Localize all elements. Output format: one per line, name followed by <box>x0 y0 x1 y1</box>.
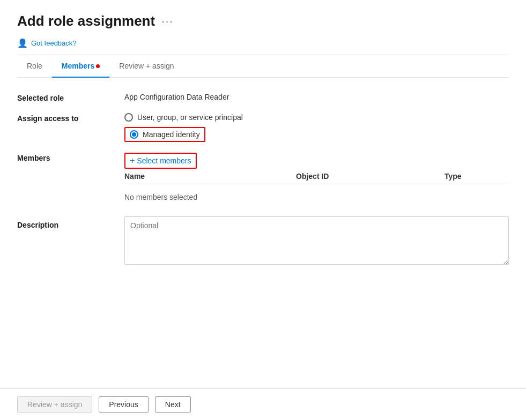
selected-role-label: Selected role <box>17 93 124 102</box>
no-members-text: No members selected <box>124 189 509 206</box>
members-content: + Select members Name Object ID Type No … <box>124 153 509 206</box>
radio-managed-identity[interactable] <box>130 130 138 139</box>
radio-user-group-label: User, group, or service principal <box>137 113 243 122</box>
tab-members[interactable]: Members <box>52 55 109 78</box>
feedback-label: Got feedback? <box>31 39 77 47</box>
page-title: Add role assignment <box>17 13 155 29</box>
tab-role[interactable]: Role <box>17 55 52 78</box>
tab-review-assign[interactable]: Review + assign <box>109 55 183 78</box>
tabs-row: Role Members Review + assign <box>17 55 509 78</box>
select-members-button[interactable]: + Select members <box>124 153 197 169</box>
description-label: Description <box>17 216 124 229</box>
managed-identity-box: Managed identity <box>124 127 205 142</box>
col-header-name: Name <box>124 172 296 181</box>
next-button[interactable]: Next <box>155 396 191 412</box>
members-label: Members <box>17 153 124 162</box>
assign-access-row: Assign access to User, group, or service… <box>17 113 509 142</box>
col-header-object-id: Object ID <box>296 172 444 181</box>
select-members-label: Select members <box>137 156 191 165</box>
members-table: Name Object ID Type No members selected <box>124 169 509 206</box>
table-divider <box>124 184 509 184</box>
table-header-row: Name Object ID Type <box>124 169 509 184</box>
bottom-bar: Review + assign Previous Next <box>0 388 526 420</box>
radio-option-user-group[interactable]: User, group, or service principal <box>124 113 243 122</box>
more-options-icon[interactable]: ··· <box>161 15 174 27</box>
radio-option-managed-identity[interactable]: Managed identity <box>124 127 243 142</box>
review-assign-button[interactable]: Review + assign <box>17 396 92 412</box>
col-header-type: Type <box>444 172 509 181</box>
selected-role-row: Selected role App Configuration Data Rea… <box>17 93 509 102</box>
radio-managed-identity-label: Managed identity <box>143 130 200 139</box>
radio-user-group[interactable] <box>124 113 133 122</box>
selected-role-value: App Configuration Data Reader <box>124 93 229 101</box>
description-textarea[interactable] <box>124 216 509 265</box>
members-row: Members + Select members Name Object ID … <box>17 153 509 206</box>
description-row: Description <box>17 216 509 265</box>
feedback-icon: 👤 <box>17 38 28 48</box>
feedback-link[interactable]: 👤 Got feedback? <box>17 38 509 48</box>
access-type-radio-group: User, group, or service principal Manage… <box>124 113 243 142</box>
tab-members-dot <box>96 64 100 68</box>
plus-icon: + <box>130 156 135 166</box>
previous-button[interactable]: Previous <box>99 396 148 412</box>
assign-access-label: Assign access to <box>17 113 124 123</box>
